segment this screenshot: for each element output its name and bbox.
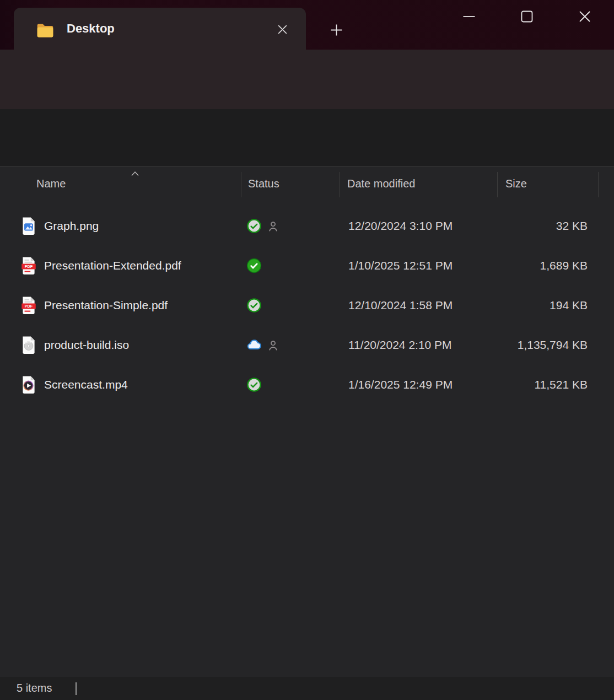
command-toolbar: New xyxy=(0,109,614,166)
navigation-bar: OneDrive Desktop xyxy=(0,50,614,109)
status-available-on-device-icon xyxy=(246,258,262,273)
minimize-icon[interactable] xyxy=(456,4,482,29)
file-size: 1,135,794 KB xyxy=(466,325,588,365)
window-close-icon[interactable] xyxy=(572,4,597,29)
file-date-modified: 1/10/2025 12:51 PM xyxy=(348,246,453,286)
status-synced-icon xyxy=(246,377,262,392)
folder-icon xyxy=(36,22,55,39)
shared-person-icon xyxy=(266,338,280,352)
tab-title: Desktop xyxy=(67,8,115,50)
shared-person-icon xyxy=(266,219,280,233)
file-date-modified: 11/20/2024 2:10 PM xyxy=(348,325,452,365)
file-name: Presentation-Extended.pdf xyxy=(44,246,181,286)
file-size: 194 KB xyxy=(466,286,588,325)
file-row-screencast-mp4[interactable]: Screencast.mp4 1/16/2025 12:49 PM 11,521… xyxy=(0,365,614,405)
file-row-graph-png[interactable]: Graph.png 12/20/2024 3:10 PM 32 KB xyxy=(0,206,614,246)
tab-close-icon[interactable] xyxy=(272,19,293,40)
maximize-icon[interactable] xyxy=(514,4,540,29)
file-row-presentation-extended-pdf[interactable]: PDF Presentation-Extended.pdf 1/10/2025 … xyxy=(0,246,614,286)
image-file-icon xyxy=(21,217,36,235)
file-date-modified: 1/16/2025 12:49 PM xyxy=(348,365,453,405)
item-count: 5 items xyxy=(17,677,52,700)
file-name: Graph.png xyxy=(44,206,99,246)
file-row-product-build-iso[interactable]: product-build.iso 11/20/2024 2:10 PM 1,1… xyxy=(0,325,614,365)
column-header-status[interactable]: Status xyxy=(248,166,279,201)
status-cloud-only-icon xyxy=(246,337,262,353)
statusbar-divider xyxy=(76,682,77,695)
svg-text:PDF: PDF xyxy=(25,304,33,309)
file-row-presentation-simple-pdf[interactable]: PDF Presentation-Simple.pdf 12/10/2024 1… xyxy=(0,286,614,325)
file-name: Presentation-Simple.pdf xyxy=(44,286,168,325)
status-synced-icon xyxy=(246,298,262,313)
column-header-name[interactable]: Name xyxy=(36,166,66,201)
column-divider[interactable] xyxy=(340,172,340,197)
status-bar: 5 items xyxy=(0,677,614,700)
file-size: 1,689 KB xyxy=(466,246,588,286)
pdf-file-icon: PDF xyxy=(21,296,36,315)
file-date-modified: 12/20/2024 3:10 PM xyxy=(348,206,453,246)
status-synced-icon xyxy=(246,218,262,234)
svg-text:PDF: PDF xyxy=(25,264,33,269)
explorer-tab-desktop[interactable]: Desktop xyxy=(14,8,306,50)
file-size: 32 KB xyxy=(466,206,588,246)
file-name: Screencast.mp4 xyxy=(44,365,128,405)
new-tab-icon[interactable] xyxy=(325,18,348,41)
file-explorer-window: Desktop xyxy=(0,0,614,700)
pdf-file-icon: PDF xyxy=(21,256,36,275)
file-name: product-build.iso xyxy=(44,325,129,365)
column-divider[interactable] xyxy=(598,172,599,197)
column-header-size[interactable]: Size xyxy=(505,166,527,201)
file-size: 11,521 KB xyxy=(466,365,588,405)
sort-ascending-icon xyxy=(131,169,139,174)
title-bar: Desktop xyxy=(0,0,614,50)
file-date-modified: 12/10/2024 1:58 PM xyxy=(348,286,453,325)
column-divider[interactable] xyxy=(241,172,241,197)
video-file-icon xyxy=(21,375,36,394)
column-divider[interactable] xyxy=(497,172,498,197)
file-list: Name Status Date modified Size Graph.png xyxy=(0,166,614,677)
disc-image-file-icon xyxy=(21,336,36,354)
column-header-date-modified[interactable]: Date modified xyxy=(347,166,415,201)
